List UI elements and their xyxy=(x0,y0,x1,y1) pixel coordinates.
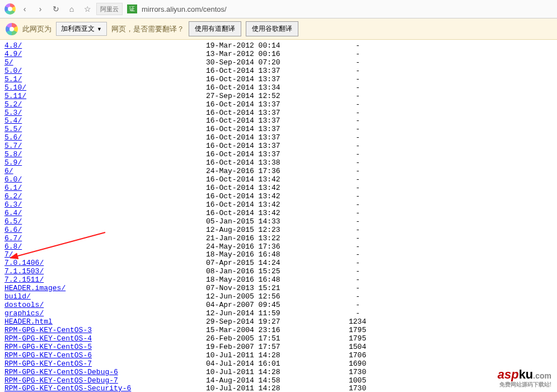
directory-link[interactable]: dostools/ xyxy=(4,301,44,309)
list-item-date: 29-Sep-2014 19:27 xyxy=(206,318,349,326)
list-item-size: - xyxy=(349,176,360,184)
list-item-date: 16-Oct-2014 13:42 xyxy=(206,184,349,193)
list-item: 7/18-May-2016 16:48- xyxy=(4,251,553,259)
directory-link[interactable]: RPM-GPG-KEY-CentOS-7 xyxy=(4,360,92,368)
directory-link[interactable]: 5.11/ xyxy=(4,92,26,100)
directory-link[interactable]: 7/ xyxy=(4,250,13,259)
chevron-down-icon: ▼ xyxy=(97,26,102,32)
list-item: 5.7/16-Oct-2014 13:37- xyxy=(4,142,553,151)
list-item-date: 16-Oct-2014 13:37 xyxy=(206,125,349,134)
list-item-size: - xyxy=(349,125,360,134)
directory-link[interactable]: 6.4/ xyxy=(4,209,22,217)
list-item: 6/24-May-2016 17:36- xyxy=(4,167,553,176)
list-item-size: - xyxy=(349,310,360,318)
directory-link[interactable]: HEADER.html xyxy=(4,318,53,326)
directory-link[interactable]: 5.7/ xyxy=(4,142,22,150)
directory-link[interactable]: 5.10/ xyxy=(4,83,26,92)
directory-link[interactable]: 6.7/ xyxy=(4,234,22,242)
list-item-date: 16-Oct-2014 13:42 xyxy=(206,193,349,201)
list-item-size: - xyxy=(349,218,360,226)
list-item-size: - xyxy=(349,226,360,235)
list-item-size: - xyxy=(349,301,360,310)
list-item: 5.9/16-Oct-2014 13:38- xyxy=(4,159,553,167)
directory-link[interactable]: 6.1/ xyxy=(4,184,22,192)
list-item-date: 16-Oct-2014 13:42 xyxy=(206,201,349,209)
list-item-size: - xyxy=(349,268,360,276)
translate-youdao-button[interactable]: 使用有道翻译 xyxy=(189,21,241,36)
directory-link[interactable]: 5.8/ xyxy=(4,150,22,158)
list-item-size: - xyxy=(349,201,360,209)
list-item-date: 19-Feb-2007 17:57 xyxy=(206,343,349,352)
directory-link[interactable]: RPM-GPG-KEY-CentOS-5 xyxy=(4,343,92,351)
list-item-date: 05-Jan-2015 14:33 xyxy=(206,218,349,226)
directory-link[interactable]: 5.2/ xyxy=(4,100,22,109)
list-item: 6.1/16-Oct-2014 13:42- xyxy=(4,184,553,193)
translate-logo-icon xyxy=(6,23,18,35)
list-item-date: 07-Nov-2013 15:21 xyxy=(206,284,349,293)
list-item: 6.5/05-Jan-2015 14:33- xyxy=(4,218,553,226)
directory-link[interactable]: RPM-GPG-KEY-CentOS-Debug-6 xyxy=(4,368,118,376)
watermark-brand-c: .com xyxy=(533,371,551,380)
list-item: 6.0/16-Oct-2014 13:42- xyxy=(4,176,553,184)
list-item: RPM-GPG-KEY-CentOS-426-Feb-2005 17:51179… xyxy=(4,335,553,343)
list-item-date: 16-Oct-2014 13:34 xyxy=(206,84,349,92)
list-item: 5/30-Sep-2014 07:20- xyxy=(4,59,553,67)
directory-link[interactable]: 4.9/ xyxy=(4,50,22,58)
list-item: 5.10/16-Oct-2014 13:34- xyxy=(4,84,553,92)
home-button[interactable]: ⌂ xyxy=(65,2,78,16)
directory-link[interactable]: 6.3/ xyxy=(4,200,22,209)
language-select[interactable]: 加利西亚文 ▼ xyxy=(56,22,107,36)
directory-link[interactable]: 6.6/ xyxy=(4,226,22,234)
star-button[interactable]: ☆ xyxy=(81,2,94,16)
back-button[interactable]: ‹ xyxy=(18,2,31,16)
directory-link[interactable]: 5.1/ xyxy=(4,75,22,83)
list-item: 4.9/13-Mar-2012 00:16- xyxy=(4,50,553,59)
list-item-size: - xyxy=(349,243,360,251)
directory-link[interactable]: RPM-GPG-KEY-CentOS-Security-6 xyxy=(4,384,131,392)
list-item: RPM-GPG-KEY-CentOS-Debug-714-Aug-2014 14… xyxy=(4,377,553,385)
forward-button[interactable]: › xyxy=(34,2,47,16)
directory-link[interactable]: 5.9/ xyxy=(4,158,22,167)
list-item-size: 1730 xyxy=(349,385,360,392)
directory-link[interactable]: RPM-GPG-KEY-CentOS-4 xyxy=(4,334,92,343)
list-item-size: - xyxy=(349,259,360,268)
list-item-date: 10-Jul-2011 14:28 xyxy=(206,352,349,360)
list-item: HEADER.images/07-Nov-2013 15:21- xyxy=(4,284,553,293)
directory-link[interactable]: graphics/ xyxy=(4,309,44,318)
directory-link[interactable]: 5.0/ xyxy=(4,67,22,75)
list-item-date: 18-May-2016 16:48 xyxy=(206,276,349,284)
directory-link[interactable]: 5.4/ xyxy=(4,116,22,125)
list-item-date: 15-Mar-2004 23:16 xyxy=(206,326,349,335)
directory-link[interactable]: 5/ xyxy=(4,58,13,67)
directory-link[interactable]: 6.2/ xyxy=(4,192,22,200)
list-item: 4.8/19-Mar-2012 00:14- xyxy=(4,42,553,50)
reload-button[interactable]: ↻ xyxy=(49,2,63,16)
directory-link[interactable]: 6/ xyxy=(4,167,13,175)
directory-link[interactable]: build/ xyxy=(4,292,31,301)
directory-link[interactable]: RPM-GPG-KEY-CentOS-Debug-7 xyxy=(4,376,118,385)
directory-link[interactable]: RPM-GPG-KEY-CentOS-6 xyxy=(4,351,92,360)
directory-link[interactable]: 5.6/ xyxy=(4,133,22,142)
directory-link[interactable]: 6.5/ xyxy=(4,217,22,226)
directory-link[interactable]: 6.0/ xyxy=(4,175,22,184)
list-item: 6.2/16-Oct-2014 13:42- xyxy=(4,193,553,201)
directory-link[interactable]: RPM-GPG-KEY-CentOS-3 xyxy=(4,326,92,334)
list-item: RPM-GPG-KEY-CentOS-519-Feb-2007 17:57150… xyxy=(4,343,553,352)
directory-link[interactable]: 5.3/ xyxy=(4,109,22,117)
address-site-label: 阿里云 xyxy=(96,3,123,15)
directory-link[interactable]: 7.1.1503/ xyxy=(4,267,44,276)
directory-link[interactable]: HEADER.images/ xyxy=(4,284,65,292)
directory-link[interactable]: 4.8/ xyxy=(4,41,22,50)
directory-link[interactable]: 5.5/ xyxy=(4,125,22,133)
directory-link[interactable]: 6.8/ xyxy=(4,242,22,251)
list-item-date: 12-Jun-2014 11:59 xyxy=(206,310,349,318)
list-item-size: - xyxy=(349,142,360,151)
address-url[interactable]: mirrors.aliyun.com/centos/ xyxy=(142,5,227,13)
directory-link[interactable]: 7.0.1406/ xyxy=(4,259,44,267)
list-item: 6.6/12-Aug-2015 12:23- xyxy=(4,226,553,235)
translate-google-button[interactable]: 使用谷歌翻译 xyxy=(246,21,298,36)
directory-link[interactable]: 7.2.1511/ xyxy=(4,276,44,284)
list-item-date: 14-Aug-2014 14:58 xyxy=(206,377,349,385)
list-item-date: 16-Oct-2014 13:37 xyxy=(206,101,349,109)
list-item-date: 16-Oct-2014 13:37 xyxy=(206,142,349,151)
